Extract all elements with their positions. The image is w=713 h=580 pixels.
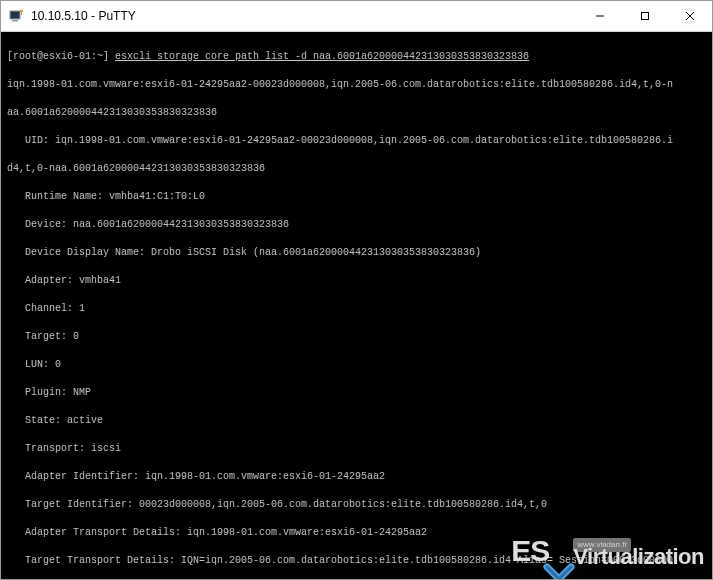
output-line: Adapter Transport Details: iqn.1998-01.c… bbox=[7, 526, 712, 540]
minimize-button[interactable] bbox=[577, 1, 622, 31]
output-line: Target Identifier: 00023d000008,iqn.2005… bbox=[7, 498, 712, 512]
output-line: LUN: 0 bbox=[7, 358, 712, 372]
putty-icon bbox=[9, 8, 25, 24]
output-line: Runtime Name: vmhba41:C1:T0:L0 bbox=[7, 190, 712, 204]
prompt-line: [root@esxi6-01:~] esxcli storage core pa… bbox=[7, 50, 712, 64]
svg-rect-5 bbox=[641, 13, 648, 20]
titlebar[interactable]: 10.10.5.10 - PuTTY bbox=[1, 1, 712, 32]
output-line: Adapter Identifier: iqn.1998-01.com.vmwa… bbox=[7, 470, 712, 484]
output-line: Device Display Name: Drobo iSCSI Disk (n… bbox=[7, 246, 712, 260]
output-line: aa.6001a620000442313030353830323836 bbox=[7, 106, 712, 120]
output-line: UID: iqn.1998-01.com.vmware:esxi6-01-242… bbox=[7, 134, 712, 148]
terminal-area[interactable]: [root@esxi6-01:~] esxcli storage core pa… bbox=[1, 32, 712, 579]
output-line: d4,t,0-naa.6001a620000442313030353830323… bbox=[7, 162, 712, 176]
output-line: Plugin: NMP bbox=[7, 386, 712, 400]
svg-rect-2 bbox=[20, 10, 23, 12]
output-line: Transport: iscsi bbox=[7, 442, 712, 456]
output-line: Device: naa.6001a62000044231303035383032… bbox=[7, 218, 712, 232]
window-title: 10.10.5.10 - PuTTY bbox=[31, 9, 577, 23]
window-buttons bbox=[577, 1, 712, 31]
svg-rect-1 bbox=[12, 20, 18, 22]
output-line: Target Transport Details: IQN=iqn.2005-0… bbox=[7, 554, 712, 568]
prompt-user: [root@esxi6-01:~] bbox=[7, 51, 109, 62]
output-line: Target: 0 bbox=[7, 330, 712, 344]
maximize-button[interactable] bbox=[622, 1, 667, 31]
close-button[interactable] bbox=[667, 1, 712, 31]
putty-window: 10.10.5.10 - PuTTY [root@esxi6-01:~] esx… bbox=[0, 0, 713, 580]
output-line: iqn.1998-01.com.vmware:esxi6-01-24295aa2… bbox=[7, 78, 712, 92]
watermark-domain: www.vladan.fr bbox=[573, 538, 631, 552]
svg-rect-3 bbox=[21, 12, 22, 15]
output-line: Channel: 1 bbox=[7, 302, 712, 316]
svg-rect-0 bbox=[10, 11, 20, 19]
output-line: Adapter: vmhba41 bbox=[7, 274, 712, 288]
output-line: State: active bbox=[7, 414, 712, 428]
command-text: esxcli storage core path list -d naa.600… bbox=[115, 51, 529, 62]
